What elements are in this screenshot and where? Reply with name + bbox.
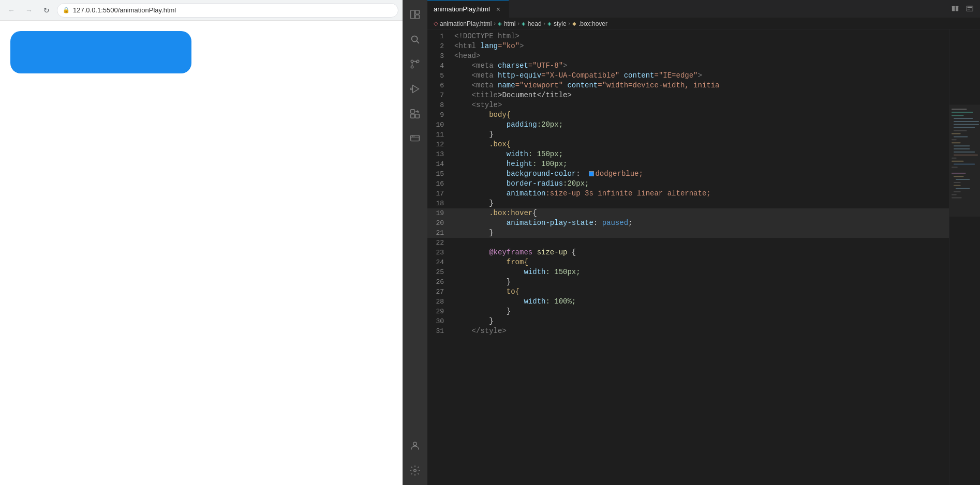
line-content: } — [452, 316, 949, 326]
code-line[interactable]: 25 width: 150px; — [427, 267, 949, 277]
code-line[interactable]: 19 .box:hover{ — [427, 208, 949, 218]
sidebar-item-explorer[interactable] — [403, 2, 427, 27]
line-content: height: 100px; — [452, 159, 949, 169]
line-number: 13 — [427, 149, 452, 159]
code-line[interactable]: 30 } — [427, 316, 949, 326]
code-line[interactable]: 26 } — [427, 277, 949, 287]
line-number: 16 — [427, 179, 452, 189]
code-line[interactable]: 28 width: 100%; — [427, 297, 949, 307]
refresh-button[interactable]: ↻ — [39, 3, 54, 18]
line-number: 21 — [427, 228, 452, 238]
sidebar-item-remote[interactable] — [403, 126, 427, 151]
code-line[interactable]: 13 width: 150px; — [427, 149, 949, 159]
tab-close-button[interactable]: × — [494, 5, 502, 13]
line-content: </style> — [452, 326, 949, 336]
line-content: <head> — [452, 51, 949, 61]
line-content: to{ — [452, 287, 949, 297]
line-number: 14 — [427, 159, 452, 169]
line-content: <!DOCTYPE html> — [452, 32, 949, 41]
line-content: from{ — [452, 257, 949, 267]
line-content: <style> — [452, 100, 949, 110]
code-line[interactable]: 17 animation:size-up 3s infinite linear … — [427, 189, 949, 199]
breadcrumb-selector[interactable]: ◆ .box:hover — [572, 20, 607, 27]
more-actions-button[interactable] — [963, 3, 976, 15]
code-line[interactable]: 9 body{ — [427, 110, 949, 120]
line-number: 29 — [427, 307, 452, 316]
code-line[interactable]: 18 } — [427, 199, 949, 208]
line-number: 2 — [427, 41, 452, 51]
line-number: 12 — [427, 140, 452, 149]
breadcrumb-html[interactable]: ◈ html — [498, 20, 516, 27]
breadcrumb-file-icon: ◇ — [434, 20, 438, 27]
line-content: <title>Document</title> — [452, 90, 949, 100]
forward-button[interactable]: → — [22, 3, 36, 18]
code-line[interactable]: 16 border-radius:20px; — [427, 179, 949, 189]
editor-tab[interactable]: animationPlay.html × — [427, 0, 509, 18]
code-line[interactable]: 31 </style> — [427, 326, 949, 336]
line-number: 30 — [427, 316, 452, 326]
code-line[interactable]: 5 <meta http-equiv="X-UA-Compatible" con… — [427, 71, 949, 81]
sidebar-item-account[interactable] — [403, 433, 427, 458]
line-content: } — [452, 307, 949, 316]
line-number: 19 — [427, 208, 452, 218]
code-line[interactable]: 1<!DOCTYPE html> — [427, 32, 949, 41]
code-line[interactable]: 24 from{ — [427, 257, 949, 267]
code-line[interactable]: 14 height: 100px; — [427, 159, 949, 169]
sidebar-item-extensions[interactable] — [403, 101, 427, 126]
browser-pane: ← → ↻ 🔒 127.0.0.1:5500/animationPlay.htm… — [0, 0, 403, 485]
line-content: width: 150px; — [452, 149, 949, 159]
line-number: 8 — [427, 100, 452, 110]
code-line[interactable]: 6 <meta name="viewport" content="width=d… — [427, 81, 949, 90]
breadcrumb-sep-4: › — [569, 21, 570, 26]
code-line[interactable]: 11 } — [427, 130, 949, 140]
svg-rect-11 — [415, 114, 419, 118]
line-content: <meta http-equiv="X-UA-Compatible" conte… — [452, 71, 949, 81]
sidebar-item-run[interactable] — [403, 77, 427, 101]
svg-rect-2 — [415, 15, 419, 19]
address-bar[interactable]: 🔒 127.0.0.1:5500/animationPlay.html — [57, 3, 398, 18]
vscode-pane: animationPlay.html × — [403, 0, 980, 485]
line-content: animation:size-up 3s infinite linear alt… — [452, 189, 949, 199]
code-line[interactable]: 22 — [427, 238, 949, 248]
code-editor[interactable]: 1<!DOCTYPE html>2<html lang="ko">3<head>… — [427, 29, 949, 485]
line-content: width: 150px; — [452, 267, 949, 277]
breadcrumb-file[interactable]: ◇ animationPlay.html — [434, 20, 492, 27]
breadcrumb-sep-3: › — [544, 21, 545, 26]
split-editor-button[interactable] — [949, 3, 961, 15]
code-line[interactable]: 27 to{ — [427, 287, 949, 297]
back-button[interactable]: ← — [4, 3, 19, 18]
svg-point-16 — [413, 136, 414, 137]
lock-icon: 🔒 — [63, 7, 70, 13]
code-line[interactable]: 23 @keyframes size-up { — [427, 248, 949, 257]
svg-point-9 — [410, 88, 412, 90]
sidebar-item-settings[interactable] — [403, 458, 427, 483]
breadcrumb-html-icon: ◈ — [498, 21, 502, 26]
line-content: } — [452, 228, 949, 238]
code-line[interactable]: 15 background-color: dodgerblue; — [427, 169, 949, 179]
line-number: 22 — [427, 238, 452, 248]
code-line[interactable]: 7 <title>Document</title> — [427, 90, 949, 100]
code-line[interactable]: 10 padding:20px; — [427, 120, 949, 130]
code-line[interactable]: 8 <style> — [427, 100, 949, 110]
url-text: 127.0.0.1:5500/animationPlay.html — [73, 6, 176, 14]
line-content: @keyframes size-up { — [452, 248, 949, 257]
sidebar-item-source-control[interactable] — [403, 52, 427, 77]
code-line[interactable]: 4 <meta charset="UTF-8"> — [427, 61, 949, 71]
breadcrumb-selector-label: .box:hover — [578, 20, 607, 27]
line-content: <meta name="viewport" content="width=dev… — [452, 81, 949, 90]
code-line[interactable]: 29 } — [427, 307, 949, 316]
code-line[interactable]: 3<head> — [427, 51, 949, 61]
line-number: 25 — [427, 267, 452, 277]
code-line[interactable]: 20 animation-play-state: paused; — [427, 218, 949, 228]
breadcrumb-style[interactable]: ◈ style — [547, 20, 567, 27]
code-line[interactable]: 21 } — [427, 228, 949, 238]
breadcrumb-head[interactable]: ◈ head — [522, 20, 542, 27]
code-line[interactable]: 2<html lang="ko"> — [427, 41, 949, 51]
svg-point-7 — [411, 66, 413, 68]
breadcrumb-html-label: html — [504, 20, 516, 27]
code-line[interactable]: 12 .box{ — [427, 140, 949, 149]
svg-rect-20 — [956, 6, 958, 11]
svg-rect-12 — [411, 110, 414, 113]
sidebar-item-search[interactable] — [403, 27, 427, 52]
svg-point-18 — [414, 469, 417, 472]
